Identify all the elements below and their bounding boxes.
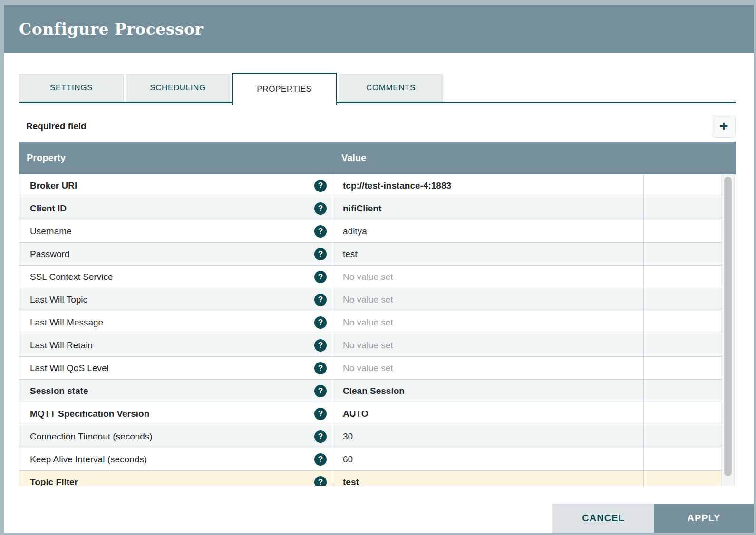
scrollbar-thumb[interactable]: [724, 177, 732, 476]
property-cell: Client ID ?: [19, 197, 333, 220]
help-icon[interactable]: ?: [314, 339, 327, 352]
value-cell[interactable]: No value set: [333, 266, 644, 288]
value-cell[interactable]: test: [333, 471, 644, 486]
table-row: MQTT Specification Version ? AUTO: [19, 402, 721, 425]
property-value: 30: [343, 431, 353, 442]
table-row: Password ? test: [19, 243, 721, 266]
help-icon[interactable]: ?: [314, 225, 327, 238]
row-extra-cell: [644, 220, 721, 242]
property-name: Broker URI: [30, 181, 77, 191]
help-icon[interactable]: ?: [314, 453, 327, 466]
property-value: 60: [343, 454, 353, 465]
property-value: No value set: [343, 295, 393, 305]
value-cell[interactable]: No value set: [333, 357, 644, 379]
property-cell: Keep Alive Interval (seconds) ?: [19, 448, 333, 470]
property-cell: Connection Timeout (seconds) ?: [19, 425, 333, 448]
value-cell[interactable]: AUTO: [333, 402, 644, 425]
help-icon[interactable]: ?: [314, 430, 327, 443]
row-extra-cell: [644, 174, 721, 197]
cancel-button[interactable]: CANCEL: [552, 504, 654, 533]
property-value: AUTO: [343, 409, 368, 419]
row-extra-cell: [644, 197, 721, 220]
row-extra-cell: [644, 243, 721, 265]
table-row: Keep Alive Interval (seconds) ? 60: [19, 448, 721, 471]
help-icon[interactable]: ?: [314, 180, 327, 192]
help-icon[interactable]: ?: [314, 271, 327, 283]
table-body: Broker URI ? tcp://test-instance-4:1883 …: [19, 174, 721, 486]
help-icon[interactable]: ?: [314, 408, 327, 420]
help-icon[interactable]: ?: [314, 362, 327, 374]
add-property-button[interactable]: +: [712, 115, 736, 138]
tab-properties[interactable]: PROPERTIES: [232, 73, 337, 105]
property-value: test: [343, 249, 358, 259]
tab-comments[interactable]: COMMENTS: [339, 74, 443, 102]
property-cell: Last Will QoS Level ?: [19, 357, 333, 379]
row-extra-cell: [644, 334, 721, 356]
row-extra-cell: [644, 288, 721, 311]
property-cell: Last Will Topic ?: [19, 288, 333, 311]
row-extra-cell: [644, 425, 721, 448]
table-row: Connection Timeout (seconds) ? 30: [19, 425, 721, 448]
value-cell[interactable]: No value set: [333, 334, 644, 356]
property-name: Topic Filter: [30, 477, 78, 486]
property-cell: Username ?: [19, 220, 333, 242]
value-cell[interactable]: nifiClient: [333, 197, 644, 220]
row-extra-cell: [644, 448, 721, 470]
property-name: Keep Alive Interval (seconds): [30, 454, 147, 465]
property-value: nifiClient: [343, 203, 381, 214]
table-scrollbar[interactable]: [721, 174, 735, 486]
property-value: Clean Session: [343, 386, 405, 396]
properties-table: Property Value Broker URI ? tcp://test-i…: [19, 142, 736, 486]
table-row: Last Will Topic ? No value set: [19, 288, 721, 311]
tab-scheduling[interactable]: SCHEDULING: [126, 74, 230, 102]
property-name: Last Will QoS Level: [30, 363, 109, 373]
table-row: SSL Context Service ? No value set: [19, 266, 721, 288]
value-cell[interactable]: No value set: [333, 288, 644, 311]
property-cell: MQTT Specification Version ?: [19, 402, 333, 425]
property-value: test: [343, 477, 359, 486]
table-row: Username ? aditya: [19, 220, 721, 243]
help-icon[interactable]: ?: [314, 248, 327, 260]
table-toolbar: Required field +: [19, 115, 736, 138]
property-cell: Broker URI ?: [19, 174, 333, 197]
property-name: Session state: [30, 386, 88, 396]
property-name: SSL Context Service: [30, 272, 113, 282]
value-cell[interactable]: 30: [333, 425, 644, 448]
property-value: No value set: [343, 363, 393, 373]
property-cell: Session state ?: [19, 380, 333, 402]
tab-settings[interactable]: SETTINGS: [19, 74, 124, 102]
row-extra-cell: [644, 471, 721, 486]
apply-button[interactable]: APPLY: [654, 504, 754, 533]
dialog-header: Configure Processor: [4, 5, 754, 53]
dialog-content: SETTINGS SCHEDULING PROPERTIES COMMENTS …: [4, 74, 754, 486]
value-cell[interactable]: aditya: [333, 220, 644, 242]
property-name: Last Will Message: [30, 317, 103, 328]
value-cell[interactable]: tcp://test-instance-4:1883: [333, 174, 644, 197]
table-row: Last Will QoS Level ? No value set: [19, 357, 721, 380]
property-name: Username: [30, 226, 72, 237]
value-cell[interactable]: test: [333, 243, 644, 265]
value-cell[interactable]: No value set: [333, 311, 644, 334]
table-header: Property Value: [19, 142, 736, 174]
help-icon[interactable]: ?: [314, 294, 327, 306]
help-icon[interactable]: ?: [314, 385, 327, 397]
property-value: No value set: [343, 340, 393, 351]
dialog-footer: CANCEL APPLY: [552, 504, 754, 533]
plus-icon: +: [719, 118, 728, 134]
help-icon[interactable]: ?: [314, 316, 327, 329]
value-cell[interactable]: 60: [333, 448, 644, 470]
property-cell: Topic Filter ?: [19, 471, 333, 486]
value-cell[interactable]: Clean Session: [333, 380, 644, 402]
required-field-label: Required field: [26, 121, 87, 132]
column-header-value: Value: [333, 153, 366, 163]
help-icon[interactable]: ?: [314, 476, 327, 486]
property-value: tcp://test-instance-4:1883: [343, 181, 451, 191]
dialog-title: Configure Processor: [19, 20, 203, 38]
table-row: Broker URI ? tcp://test-instance-4:1883: [19, 174, 721, 197]
column-header-property: Property: [19, 153, 333, 163]
property-cell: Password ?: [19, 243, 333, 265]
table-body-wrap: Broker URI ? tcp://test-instance-4:1883 …: [19, 174, 736, 486]
help-icon[interactable]: ?: [314, 202, 327, 215]
row-extra-cell: [644, 311, 721, 334]
property-name: MQTT Specification Version: [30, 409, 149, 419]
